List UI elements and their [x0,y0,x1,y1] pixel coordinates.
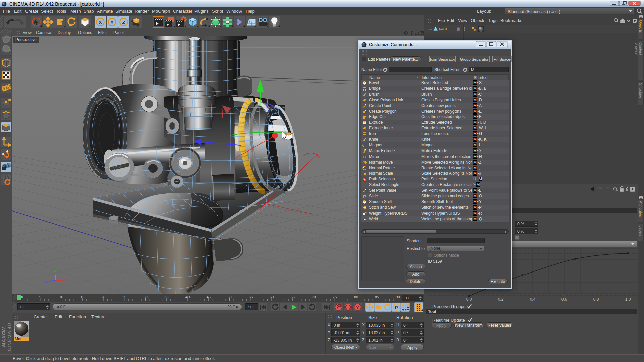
svg-text:45: 45 [207,295,211,299]
svg-text:60: 60 [270,295,274,299]
svg-text:50: 50 [227,295,231,299]
svg-text:1.0: 1.0 [625,297,631,302]
svg-text:30: 30 [143,295,147,299]
svg-text:20: 20 [101,295,105,299]
svg-text:Z: Z [122,19,125,25]
svg-text:z: z [46,280,47,283]
svg-text:0.2: 0.2 [498,297,504,302]
svg-text:0.8: 0.8 [593,297,599,302]
svg-text:90: 90 [396,295,400,299]
svg-text:85: 85 [375,295,379,299]
svg-text:0.6: 0.6 [561,297,567,302]
svg-text:X: X [99,19,102,25]
svg-text:0: 0 [21,295,23,299]
svg-text:0.4: 0.4 [530,297,536,302]
svg-text:Mat: Mat [15,337,22,341]
svg-text:70: 70 [312,295,316,299]
svg-text:55: 55 [249,295,253,299]
svg-text:5: 5 [39,295,41,299]
svg-text:Y: Y [110,19,114,25]
svg-text:40: 40 [185,295,190,299]
svg-text:?: ? [356,304,359,310]
svg-text:75: 75 [333,295,337,299]
svg-text:10: 10 [59,295,63,299]
svg-text:15: 15 [80,295,84,299]
svg-text:x: x [66,279,68,283]
svg-text:Y: Y [54,270,56,274]
svg-text:65: 65 [291,295,295,299]
svg-text:80: 80 [354,295,358,299]
svg-text:25: 25 [122,295,126,299]
svg-text:35: 35 [164,295,168,299]
svg-text:0.0: 0.0 [466,297,472,302]
svg-text:P: P [395,305,398,310]
